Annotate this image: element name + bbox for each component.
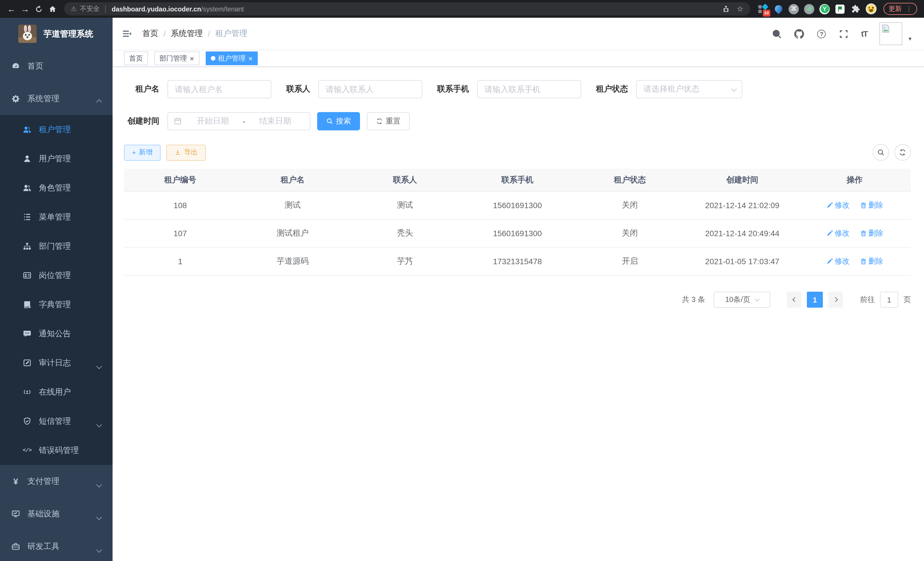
extension-record-icon[interactable]	[803, 3, 815, 15]
edit-link[interactable]: 修改	[826, 200, 849, 211]
tenant-name-input[interactable]	[167, 80, 272, 98]
user-avatar-broken-image[interactable]	[879, 22, 902, 45]
next-page-button[interactable]	[829, 292, 843, 308]
sidebar-item-post[interactable]: 岗位管理	[0, 261, 112, 290]
app-logo-row[interactable]: 芋道管理系统	[0, 18, 112, 50]
create-time-range-picker[interactable]: 开始日期 - 结束日期	[167, 112, 310, 130]
tab-home[interactable]: 首页	[124, 51, 148, 65]
cell-status: 关闭	[574, 200, 686, 211]
download-icon	[174, 149, 181, 156]
contact-name-label: 联系人	[286, 84, 310, 94]
refresh-table-button[interactable]	[894, 144, 911, 161]
cell-tenant-id: 107	[124, 229, 236, 238]
add-button[interactable]: + 新增	[124, 144, 160, 160]
sidebar-item-role[interactable]: 角色管理	[0, 173, 112, 202]
extension-balloon-icon[interactable]	[772, 3, 784, 15]
breadcrumb-system[interactable]: 系统管理	[171, 29, 203, 39]
chrome-update-button[interactable]: 更新 ⋮	[884, 3, 917, 15]
delete-link[interactable]: 删除	[860, 200, 883, 211]
browser-reload-icon[interactable]	[32, 2, 46, 16]
sidebar-item-sms[interactable]: 短信管理	[0, 407, 112, 436]
prev-page-button[interactable]	[787, 292, 801, 308]
not-secure-warning-icon: ⚠	[71, 6, 76, 12]
calendar-icon	[174, 117, 182, 125]
browser-home-icon[interactable]	[46, 2, 59, 16]
tab-close-icon[interactable]: ×	[190, 55, 194, 62]
col-tenant-id: 租户编号	[124, 175, 236, 185]
header-search-icon[interactable]	[772, 29, 782, 39]
sidebar-item-error-code[interactable]: </> 错误码管理	[0, 436, 112, 465]
sidebar-item-dept[interactable]: 部门管理	[0, 232, 112, 261]
contact-name-input[interactable]	[318, 80, 422, 98]
trash-icon	[860, 258, 867, 265]
page-number-active[interactable]: 1	[807, 292, 823, 308]
font-size-icon[interactable]: tT	[861, 29, 867, 38]
fullscreen-icon[interactable]	[839, 29, 849, 39]
sidebar-item-notice[interactable]: 通知公告	[0, 319, 112, 348]
extension-flag-icon[interactable]	[834, 3, 846, 15]
security-label[interactable]: 不安全	[80, 5, 100, 13]
sidebar-item-label: 研发工具	[27, 541, 59, 552]
roles-icon	[23, 183, 32, 192]
toggle-search-button[interactable]	[873, 144, 889, 161]
delete-link[interactable]: 删除	[860, 228, 883, 238]
page-content: 租户名 联系人 联系手机 租户状态 请选择租户状态	[112, 67, 924, 561]
reset-button[interactable]: 重置	[367, 112, 410, 130]
sidebar-item-tenant[interactable]: 租户管理	[0, 115, 112, 144]
contact-mobile-input[interactable]	[477, 80, 581, 98]
sidebar-item-home[interactable]: 首页	[0, 50, 112, 82]
tab-tenant[interactable]: 租户管理 ×	[206, 51, 258, 65]
browser-back-icon[interactable]: ←	[4, 2, 18, 16]
cell-status: 关闭	[574, 228, 686, 238]
chevron-down-icon	[97, 511, 101, 521]
browser-menu-dots-icon[interactable]: ⋮	[906, 6, 912, 12]
tenant-status-select[interactable]: 请选择租户状态	[636, 80, 742, 98]
tab-close-icon[interactable]: ×	[248, 55, 253, 62]
cell-phone: 15601691300	[461, 201, 573, 210]
sidebar-item-label: 支付管理	[27, 476, 59, 486]
sidebar-item-online-users[interactable]: 在线用户	[0, 378, 112, 407]
sidebar-item-menu[interactable]: 菜单管理	[0, 202, 112, 232]
breadcrumb-home[interactable]: 首页	[142, 29, 158, 39]
extension-yuque-icon[interactable]: Y	[819, 3, 830, 15]
tab-label: 租户管理	[218, 53, 245, 63]
start-date-placeholder[interactable]: 开始日期	[184, 116, 242, 126]
export-button[interactable]: 导出	[166, 144, 206, 160]
cell-contact: 秃头	[349, 228, 461, 238]
profile-avatar-icon[interactable]	[865, 3, 877, 15]
sidebar: 芋道管理系统 首页 系统管理 租户管	[0, 18, 112, 561]
url-bar[interactable]: ⚠ 不安全 dashboard.yudao.iocoder.cn/system/…	[64, 2, 750, 15]
extension-command-icon[interactable]: ⌘	[788, 3, 800, 15]
plus-icon: +	[132, 148, 136, 156]
sidebar-item-system[interactable]: 系统管理	[0, 82, 112, 115]
goto-page-input[interactable]	[880, 292, 898, 308]
tab-dept[interactable]: 部门管理 ×	[154, 51, 199, 65]
avatar-caret-down-icon[interactable]: ▼	[908, 36, 913, 42]
sidebar-collapse-icon[interactable]	[122, 29, 132, 38]
github-icon[interactable]	[794, 29, 805, 39]
extensions-puzzle-icon[interactable]	[850, 3, 861, 15]
cell-tenant-name: 测试	[236, 200, 349, 211]
bookmark-star-icon[interactable]: ☆	[737, 5, 743, 13]
sidebar-item-label: 基础设施	[27, 509, 59, 519]
delete-link[interactable]: 删除	[860, 256, 883, 266]
share-icon[interactable]	[723, 5, 730, 13]
search-button[interactable]: 搜索	[317, 112, 360, 130]
sidebar-item-user[interactable]: 用户管理	[0, 144, 112, 173]
browser-forward-icon[interactable]: →	[18, 2, 32, 16]
edit-link[interactable]: 修改	[826, 256, 849, 266]
url-path: /system/tenant	[201, 5, 244, 12]
pagination: 共 3 条 10条/页 1 前往 页	[124, 292, 911, 308]
end-date-placeholder[interactable]: 结束日期	[247, 116, 304, 126]
sidebar-item-payment[interactable]: ¥ 支付管理	[0, 465, 112, 498]
post-badge-icon	[23, 271, 32, 280]
sidebar-item-audit-log[interactable]: 审计日志	[0, 348, 112, 378]
sidebar-item-infrastructure[interactable]: 基础设施	[0, 498, 112, 530]
extension-badged-icon[interactable]: 10	[757, 3, 769, 15]
page-size-select[interactable]: 10条/页	[714, 292, 770, 308]
help-icon[interactable]: ?	[817, 29, 827, 39]
edit-link[interactable]: 修改	[826, 228, 849, 238]
sidebar-item-dict[interactable]: 字典管理	[0, 290, 112, 319]
sidebar-item-devtools[interactable]: 研发工具	[0, 530, 112, 561]
infrastructure-icon	[11, 510, 20, 518]
